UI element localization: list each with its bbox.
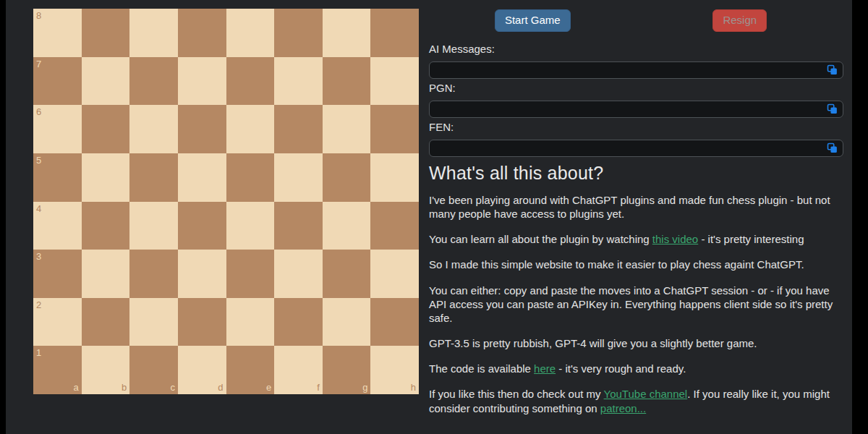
board-square-b5[interactable]	[82, 153, 130, 202]
board-square-d8[interactable]	[178, 9, 226, 57]
file-label: g	[362, 383, 367, 392]
paragraph-text: You can either: copy and paste the moves…	[429, 284, 833, 324]
text-link[interactable]: patreon...	[600, 402, 646, 414]
ai-messages-label: AI Messages:	[429, 43, 843, 55]
about-paragraph: If you like this then do check out my Yo…	[429, 387, 843, 414]
board-square-h8[interactable]	[370, 9, 419, 57]
board-square-b2[interactable]	[82, 298, 130, 346]
button-row: Start Game Resign	[429, 9, 843, 32]
copy-icon	[827, 103, 838, 114]
board-square-c3[interactable]	[129, 250, 178, 298]
board-square-h5[interactable]	[370, 153, 419, 202]
board-square-h2[interactable]	[370, 298, 419, 346]
board-square-b3[interactable]	[82, 250, 130, 298]
board-square-b7[interactable]	[82, 57, 130, 106]
board-square-d6[interactable]	[178, 105, 226, 153]
board-square-f7[interactable]	[274, 57, 323, 106]
board-square-g1[interactable]: g	[323, 346, 371, 394]
text-link[interactable]: YouTube channel	[604, 388, 688, 400]
board-square-a4[interactable]: 4	[33, 202, 82, 250]
board-square-e4[interactable]	[226, 202, 275, 250]
board-square-a1[interactable]: 1a	[33, 346, 82, 394]
board-square-c6[interactable]	[129, 105, 178, 153]
board-square-f5[interactable]	[274, 153, 323, 202]
board-square-g5[interactable]	[323, 153, 371, 202]
fen-label: FEN:	[429, 121, 843, 133]
board-square-f3[interactable]	[274, 250, 323, 298]
board-square-a6[interactable]: 6	[33, 105, 82, 153]
copy-pgn-button[interactable]	[827, 103, 838, 115]
board-square-h6[interactable]	[370, 105, 419, 153]
board-square-d7[interactable]	[178, 57, 226, 106]
board-square-e8[interactable]	[226, 9, 275, 57]
board-square-h7[interactable]	[370, 57, 419, 106]
board-square-c1[interactable]: c	[129, 346, 178, 394]
board-square-g6[interactable]	[323, 105, 371, 153]
board-square-f1[interactable]: f	[274, 346, 323, 394]
board-square-e2[interactable]	[226, 298, 275, 346]
file-label: f	[317, 383, 320, 392]
board-square-e6[interactable]	[226, 105, 275, 153]
pgn-input[interactable]	[429, 101, 843, 118]
board-square-e7[interactable]	[226, 57, 275, 106]
board-square-e5[interactable]	[226, 153, 275, 202]
board-square-f6[interactable]	[274, 105, 323, 153]
file-label: c	[170, 383, 175, 392]
board-square-d4[interactable]	[178, 202, 226, 250]
rank-label: 8	[36, 11, 41, 20]
board-square-c5[interactable]	[129, 153, 178, 202]
board-square-g3[interactable]	[323, 250, 371, 298]
board-square-g2[interactable]	[323, 298, 371, 346]
board-square-d1[interactable]: d	[178, 346, 226, 394]
board-square-f4[interactable]	[274, 202, 323, 250]
copy-icon	[827, 64, 838, 75]
board-square-h3[interactable]	[370, 250, 419, 298]
rank-label: 5	[36, 156, 41, 165]
board-square-e3[interactable]	[226, 250, 275, 298]
ai-messages-input[interactable]	[429, 61, 843, 79]
board-square-b8[interactable]	[82, 9, 130, 57]
board-square-a8[interactable]: 8	[33, 9, 82, 57]
board-square-c7[interactable]	[129, 57, 178, 106]
about-paragraph: The code is available here - it's very r…	[429, 362, 843, 375]
board-square-g7[interactable]	[323, 57, 371, 106]
paragraph-text: - it's pretty interesting	[698, 233, 804, 245]
board-square-h4[interactable]	[370, 202, 419, 250]
board-square-a3[interactable]: 3	[33, 250, 82, 298]
board-square-d3[interactable]	[178, 250, 226, 298]
file-label: e	[266, 383, 271, 392]
rank-label: 6	[36, 107, 41, 116]
text-link[interactable]: here	[534, 362, 556, 375]
board-square-d2[interactable]	[178, 298, 226, 346]
board-square-c4[interactable]	[129, 202, 178, 250]
start-game-button[interactable]: Start Game	[495, 9, 571, 32]
text-link[interactable]: this video	[652, 233, 698, 245]
board-square-d5[interactable]	[178, 153, 226, 202]
file-label: a	[73, 383, 78, 392]
board-square-h1[interactable]: h	[370, 346, 419, 394]
board-square-f2[interactable]	[274, 298, 323, 346]
chess-board[interactable]: 87654321abcdefgh	[33, 9, 419, 394]
copy-ai-messages-button[interactable]	[827, 64, 838, 76]
file-label: h	[411, 383, 416, 392]
board-square-e1[interactable]: e	[226, 346, 275, 394]
about-heading: What's all this about?	[429, 163, 843, 184]
board-square-g8[interactable]	[323, 9, 371, 57]
copy-icon	[827, 142, 838, 153]
board-square-a2[interactable]: 2	[33, 298, 82, 346]
fen-input[interactable]	[429, 140, 843, 157]
paragraph-text: - it's very rough and ready.	[556, 362, 686, 375]
board-square-b4[interactable]	[82, 202, 130, 250]
rank-label: 7	[36, 59, 41, 69]
board-square-c8[interactable]	[129, 9, 178, 57]
copy-fen-button[interactable]	[827, 142, 838, 154]
board-square-g4[interactable]	[323, 202, 371, 250]
board-square-b1[interactable]: b	[82, 346, 130, 394]
board-square-a7[interactable]: 7	[33, 57, 82, 106]
board-square-c2[interactable]	[129, 298, 178, 346]
board-square-b6[interactable]	[82, 105, 130, 153]
resign-button[interactable]: Resign	[712, 9, 767, 32]
pgn-label: PGN:	[429, 82, 843, 94]
board-square-a5[interactable]: 5	[33, 153, 82, 202]
board-square-f8[interactable]	[274, 9, 323, 57]
